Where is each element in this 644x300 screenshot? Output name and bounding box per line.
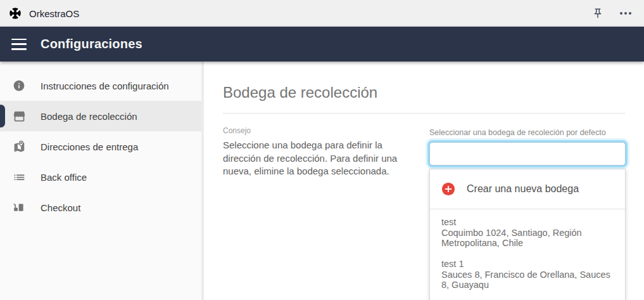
tip-text: Seleccione una bodega para definir la di… [223, 139, 419, 178]
sidebar-item-label: Instrucciones de configuración [41, 81, 169, 91]
sidebar-item-instrucciones[interactable]: Instrucciones de configuración [0, 70, 201, 101]
bodega-option-test[interactable]: test Coquimbo 1024, Santiago, Región Met… [441, 217, 614, 249]
info-icon [11, 78, 27, 93]
orkestra-logo-icon [9, 7, 22, 20]
sidebar-item-backoffice[interactable]: Back office [0, 162, 201, 192]
bodega-address: Sauces 8, Francisco de Orellana, Sauces … [441, 270, 614, 290]
bodega-name: test 1 [441, 259, 614, 269]
app-bar: OrkestraOS [0, 0, 644, 27]
trolley-icon [11, 200, 27, 215]
main-panel: Bodega de recolección Consejo Seleccione… [204, 62, 644, 300]
add-circle-icon [441, 182, 455, 196]
app-title: OrkestraOS [29, 8, 79, 19]
bodega-select-input[interactable] [429, 142, 626, 166]
bodega-name: test [441, 217, 614, 227]
select-label: Seleccionar una bodega de recoleción por… [429, 128, 626, 137]
tip-label: Consejo [223, 126, 419, 135]
hamburger-menu-icon[interactable] [11, 39, 27, 50]
push-pin-icon[interactable] [591, 6, 605, 20]
sidebar-item-direcciones[interactable]: Direcciones de entrega [0, 131, 201, 162]
create-bodega-label: Crear una nueva bodega [467, 183, 579, 195]
create-bodega-option[interactable]: Crear una nueva bodega [430, 169, 625, 209]
map-pin-icon [11, 139, 27, 154]
sidebar-item-label: Bodega de recolección [41, 111, 137, 122]
page-title: Bodega de recolección [223, 84, 625, 101]
sidebar-item-label: Direcciones de entrega [41, 141, 138, 152]
sidebar-item-label: Checkout [41, 202, 80, 213]
bodega-dropdown: Crear una nueva bodega test Coquimbo 102… [429, 169, 626, 300]
toolbar-title: Configuraciones [41, 37, 142, 51]
list-icon [11, 169, 27, 185]
ellipsis-menu-icon[interactable] [619, 6, 633, 20]
toolbar: Configuraciones [0, 27, 644, 62]
bodega-option-test-1[interactable]: test 1 Sauces 8, Francisco de Orellana, … [441, 259, 614, 290]
title-divider [223, 113, 625, 114]
sidebar-item-bodega[interactable]: Bodega de recolección [0, 101, 201, 131]
sidebar: Instrucciones de configuración Bodega de… [0, 62, 201, 300]
storefront-icon [11, 108, 27, 124]
bodega-address: Coquimbo 1024, Santiago, Región Metropol… [441, 228, 614, 248]
sidebar-item-checkout[interactable]: Checkout [0, 192, 201, 223]
sidebar-item-label: Back office [41, 172, 87, 183]
